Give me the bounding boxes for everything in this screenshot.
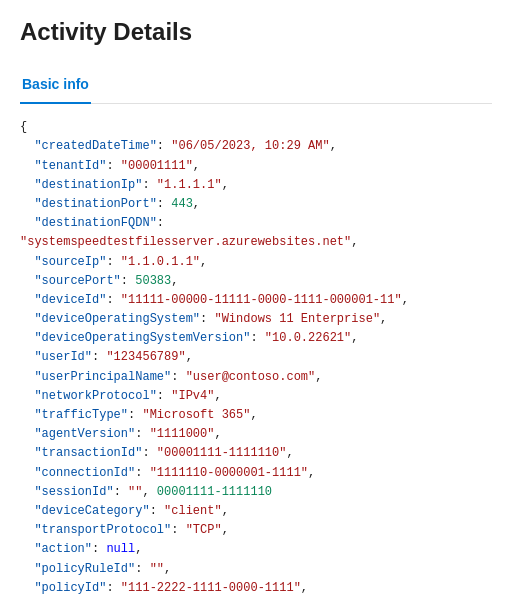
tab-basic-info[interactable]: Basic info [20,68,91,104]
activity-details-panel: Activity Details Basic info { "createdDa… [0,0,512,601]
page-title: Activity Details [20,16,492,47]
json-content-area: { "createdDateTime": "06/05/2023, 10:29 … [20,118,492,601]
tabs-bar: Basic info [20,67,492,104]
